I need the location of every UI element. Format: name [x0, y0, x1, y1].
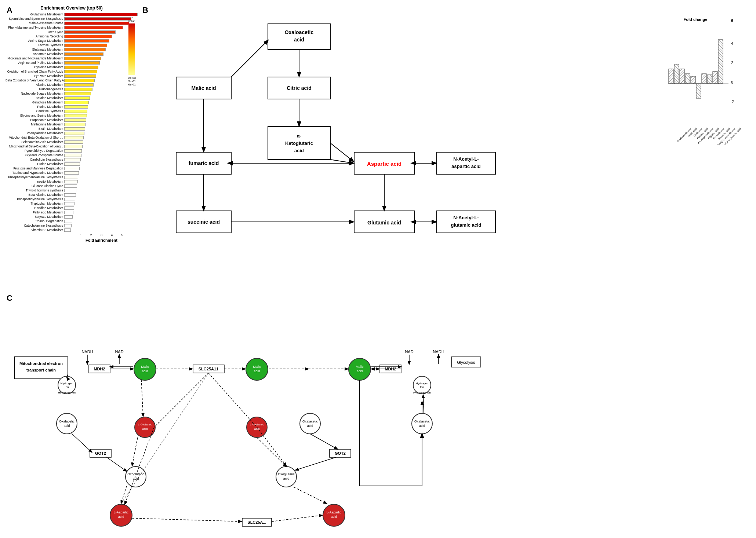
bar-row: Spermidine and Spermine Biosynthesis: [6, 17, 138, 21]
svg-text:NADH: NADH: [433, 349, 444, 354]
svg-line-158: [295, 457, 336, 470]
main-container: A Enrichment Overview (top 50) P value: [0, 0, 756, 538]
bar-track: [64, 198, 138, 201]
svg-rect-49: [674, 64, 679, 84]
bar-row: Vitamin B6 Metabolism: [6, 228, 138, 232]
bar-track: [64, 228, 138, 232]
bar-fill: [64, 211, 73, 214]
svg-rect-24: [437, 211, 495, 233]
bar-track: [64, 193, 138, 197]
svg-line-156: [257, 427, 286, 466]
svg-line-160: [257, 438, 286, 466]
bar-label: Glutathione Metabolism: [6, 12, 64, 16]
x-axis-title: Fold Enrichment: [65, 238, 138, 242]
bar-track: [64, 118, 138, 122]
bar-fill: [64, 189, 76, 192]
bar-label: Spermidine and Spermine Biosynthesis: [6, 17, 64, 21]
bar-track: [64, 162, 138, 166]
svg-text:N-Acetyl-L-: N-Acetyl-L-: [453, 215, 479, 220]
svg-text:L-Aspartic: L-Aspartic: [114, 510, 129, 514]
panel-b-label: B: [142, 6, 148, 15]
bar-track: [64, 167, 138, 170]
bar-track: [64, 145, 138, 148]
svg-line-155: [208, 373, 257, 427]
bar-row: Butyrate Metabolism: [6, 215, 138, 219]
pathway-svg: Oxaloacetic acid Citric acid α- Ketoglut…: [154, 17, 558, 281]
bar-track: [64, 184, 138, 188]
svg-line-149: [106, 457, 127, 471]
bar-fill: [64, 17, 131, 21]
bar-row: Nicotinate and Nicotinamide Metabolism: [6, 56, 138, 60]
bar-label: Thyroid hormone synthesis: [6, 189, 64, 192]
bar-track: [64, 52, 138, 56]
bar-track: [64, 57, 138, 60]
bar-track: [64, 136, 138, 139]
bar-fill: [64, 92, 91, 95]
bar-label: Purine Metabolism: [6, 162, 64, 166]
svg-line-167: [423, 395, 424, 413]
bar-fill: [64, 193, 76, 197]
bar-row: Catecholamine Biosynthesis: [6, 224, 138, 227]
svg-text:acid: acid: [142, 369, 148, 373]
bar-fill: [64, 70, 97, 73]
bar-fill: [64, 30, 116, 34]
bar-label: Inositol Metabolism: [6, 180, 64, 183]
bar-track: [64, 220, 138, 223]
svg-line-38: [330, 160, 353, 163]
bar-row: Biotin Metabolism: [6, 127, 138, 131]
svg-text:acid: acid: [331, 515, 337, 519]
bar-track: [64, 48, 138, 51]
bar-track: [64, 211, 138, 214]
svg-text:fumaric acid: fumaric acid: [189, 160, 219, 166]
svg-text:Malic: Malic: [141, 365, 149, 369]
bar-fill: [64, 44, 107, 47]
bar-label: Pyruvaldehyde Degradation: [6, 149, 64, 153]
svg-line-164: [121, 373, 208, 504]
bar-fill: [64, 132, 84, 135]
bar-fill: [64, 123, 86, 126]
bar-label: Gluconeogenesis: [6, 87, 64, 91]
bar-row: Glucose-Alanine Cycle: [6, 184, 138, 188]
bar-fill: [64, 162, 80, 166]
svg-text:Mitochondrial electron: Mitochondrial electron: [19, 361, 63, 366]
svg-text:Glutamic acid: Glutamic acid: [367, 220, 401, 226]
svg-rect-53: [696, 84, 701, 98]
bar-track: [64, 127, 138, 131]
bar-label: Glucose-Alanine Cycle: [6, 184, 64, 188]
svg-rect-48: [669, 69, 673, 84]
bar-row: Lactose Synthesis: [6, 43, 138, 47]
bar-row: Mitochondrial Beta-Oxidation of Short...: [6, 136, 138, 139]
bar-fill: [64, 167, 80, 170]
bar-row: Cysteine Metabolism: [6, 65, 138, 69]
bar-fill: [64, 220, 72, 223]
bar-fill: [64, 101, 89, 104]
bar-fill: [64, 39, 109, 43]
bar-row: Oxidation of Branched Chain Fatty Acids: [6, 70, 138, 73]
bar-row: Aspartate Metabolism: [6, 52, 138, 56]
svg-text:Fold change: Fold change: [684, 17, 708, 22]
bar-track: [64, 215, 138, 219]
svg-rect-51: [685, 74, 690, 84]
bar-fill: [64, 228, 71, 232]
bar-row: Histidine Metabolism: [6, 206, 138, 210]
bar-row: Purine Metabolism: [6, 162, 138, 166]
svg-text:Oxoglutaric: Oxoglutaric: [278, 472, 295, 476]
bar-label: Vitamin B6 Metabolism: [6, 228, 64, 232]
bar-fill: [64, 154, 81, 157]
svg-line-146: [141, 380, 143, 416]
bar-fill: [64, 145, 83, 148]
svg-line-147: [132, 438, 138, 466]
bar-row: Galactose Metabolism: [6, 100, 138, 104]
bar-label: Arginine and Proline Metabolism: [6, 61, 64, 65]
x-tick-2: 2: [86, 233, 96, 237]
svg-line-152: [272, 515, 322, 521]
bar-track: [64, 123, 138, 126]
bar-fill: [64, 140, 83, 144]
x-tick-0: 0: [65, 233, 76, 237]
bar-row: Urea Cycle: [6, 30, 138, 34]
bar-row: Carnitine Synthesis: [6, 109, 138, 113]
bar-label: Carnitine Synthesis: [6, 109, 64, 113]
svg-text:acid: acid: [419, 424, 425, 428]
svg-text:acid: acid: [142, 427, 148, 431]
svg-text:acid: acid: [357, 369, 363, 373]
